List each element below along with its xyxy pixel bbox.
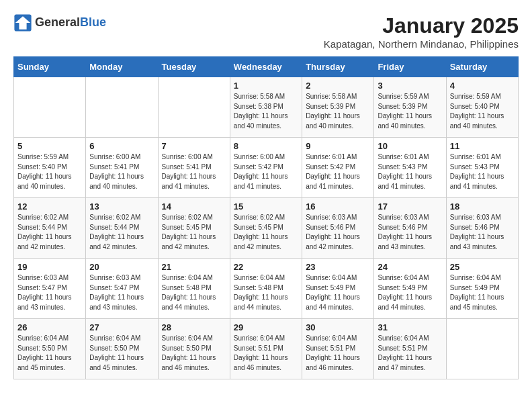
day-info: Sunrise: 6:03 AM Sunset: 5:47 PM Dayligh… bbox=[89, 273, 154, 312]
day-number: 31 bbox=[378, 322, 442, 332]
calendar-cell: 5Sunrise: 5:59 AM Sunset: 5:40 PM Daylig… bbox=[14, 138, 86, 198]
calendar-cell: 27Sunrise: 6:04 AM Sunset: 5:50 PM Dayli… bbox=[86, 319, 158, 379]
day-info: Sunrise: 6:04 AM Sunset: 5:51 PM Dayligh… bbox=[234, 334, 298, 373]
day-info: Sunrise: 6:01 AM Sunset: 5:42 PM Dayligh… bbox=[306, 152, 370, 191]
day-number: 22 bbox=[234, 262, 298, 272]
day-number: 14 bbox=[162, 201, 226, 212]
day-number: 15 bbox=[234, 201, 298, 212]
day-number: 9 bbox=[306, 141, 370, 151]
day-number: 24 bbox=[378, 262, 442, 272]
day-info: Sunrise: 6:03 AM Sunset: 5:46 PM Dayligh… bbox=[450, 213, 515, 252]
calendar-cell: 19Sunrise: 6:03 AM Sunset: 5:47 PM Dayli… bbox=[14, 259, 86, 319]
calendar-cell: 17Sunrise: 6:03 AM Sunset: 5:46 PM Dayli… bbox=[374, 198, 446, 259]
day-info: Sunrise: 5:58 AM Sunset: 5:39 PM Dayligh… bbox=[306, 92, 370, 131]
calendar-cell bbox=[14, 77, 86, 138]
day-info: Sunrise: 6:04 AM Sunset: 5:50 PM Dayligh… bbox=[17, 334, 82, 373]
day-number: 21 bbox=[162, 262, 226, 272]
day-number: 1 bbox=[234, 81, 298, 91]
calendar-cell: 20Sunrise: 6:03 AM Sunset: 5:47 PM Dayli… bbox=[86, 259, 158, 319]
calendar-cell: 4Sunrise: 5:59 AM Sunset: 5:40 PM Daylig… bbox=[446, 77, 518, 138]
calendar-cell: 31Sunrise: 6:04 AM Sunset: 5:51 PM Dayli… bbox=[374, 319, 446, 379]
logo-general-text: GeneralBlue bbox=[35, 16, 106, 30]
day-number: 11 bbox=[450, 141, 515, 151]
page-header: GeneralBlue January 2025 Kapatagan, Nort… bbox=[13, 13, 519, 50]
calendar-cell: 18Sunrise: 6:03 AM Sunset: 5:46 PM Dayli… bbox=[446, 198, 518, 259]
day-number: 18 bbox=[450, 201, 515, 212]
day-info: Sunrise: 6:02 AM Sunset: 5:45 PM Dayligh… bbox=[162, 213, 226, 252]
calendar-cell: 26Sunrise: 6:04 AM Sunset: 5:50 PM Dayli… bbox=[14, 319, 86, 379]
day-info: Sunrise: 6:04 AM Sunset: 5:50 PM Dayligh… bbox=[162, 334, 226, 373]
calendar-cell: 15Sunrise: 6:02 AM Sunset: 5:45 PM Dayli… bbox=[230, 198, 302, 259]
day-number: 17 bbox=[378, 201, 442, 212]
calendar-table: Sunday Monday Tuesday Wednesday Thursday… bbox=[13, 56, 519, 379]
header-friday: Friday bbox=[374, 57, 446, 77]
day-info: Sunrise: 6:04 AM Sunset: 5:51 PM Dayligh… bbox=[306, 334, 370, 373]
day-number: 7 bbox=[162, 141, 226, 151]
day-number: 19 bbox=[17, 262, 82, 272]
calendar-cell: 11Sunrise: 6:01 AM Sunset: 5:43 PM Dayli… bbox=[446, 138, 518, 198]
calendar-cell: 30Sunrise: 6:04 AM Sunset: 5:51 PM Dayli… bbox=[302, 319, 374, 379]
day-info: Sunrise: 6:01 AM Sunset: 5:43 PM Dayligh… bbox=[450, 152, 515, 191]
day-info: Sunrise: 6:04 AM Sunset: 5:49 PM Dayligh… bbox=[378, 273, 442, 312]
calendar-cell: 21Sunrise: 6:04 AM Sunset: 5:48 PM Dayli… bbox=[158, 259, 230, 319]
calendar-cell bbox=[446, 319, 518, 379]
day-number: 6 bbox=[89, 141, 154, 151]
day-number: 29 bbox=[234, 322, 298, 332]
calendar-cell: 22Sunrise: 6:04 AM Sunset: 5:48 PM Dayli… bbox=[230, 259, 302, 319]
day-header-row: Sunday Monday Tuesday Wednesday Thursday… bbox=[14, 57, 519, 77]
day-number: 20 bbox=[89, 262, 154, 272]
day-info: Sunrise: 6:03 AM Sunset: 5:47 PM Dayligh… bbox=[17, 273, 82, 312]
day-info: Sunrise: 6:00 AM Sunset: 5:41 PM Dayligh… bbox=[89, 152, 154, 191]
calendar-week-row: 5Sunrise: 5:59 AM Sunset: 5:40 PM Daylig… bbox=[14, 138, 519, 198]
logo-icon bbox=[13, 13, 32, 32]
day-info: Sunrise: 5:59 AM Sunset: 5:39 PM Dayligh… bbox=[378, 92, 442, 131]
day-info: Sunrise: 6:02 AM Sunset: 5:45 PM Dayligh… bbox=[234, 213, 298, 252]
day-info: Sunrise: 5:58 AM Sunset: 5:38 PM Dayligh… bbox=[234, 92, 298, 131]
day-info: Sunrise: 5:59 AM Sunset: 5:40 PM Dayligh… bbox=[450, 92, 515, 131]
day-info: Sunrise: 6:03 AM Sunset: 5:46 PM Dayligh… bbox=[306, 213, 370, 252]
day-number: 8 bbox=[234, 141, 298, 151]
header-thursday: Thursday bbox=[302, 57, 374, 77]
day-number: 16 bbox=[306, 201, 370, 212]
day-number: 23 bbox=[306, 262, 370, 272]
day-number: 3 bbox=[378, 81, 442, 91]
day-number: 2 bbox=[306, 81, 370, 91]
calendar-cell: 1Sunrise: 5:58 AM Sunset: 5:38 PM Daylig… bbox=[230, 77, 302, 138]
calendar-week-row: 19Sunrise: 6:03 AM Sunset: 5:47 PM Dayli… bbox=[14, 259, 519, 319]
day-info: Sunrise: 6:04 AM Sunset: 5:50 PM Dayligh… bbox=[89, 334, 154, 373]
day-info: Sunrise: 6:02 AM Sunset: 5:44 PM Dayligh… bbox=[89, 213, 154, 252]
calendar-body: 1Sunrise: 5:58 AM Sunset: 5:38 PM Daylig… bbox=[14, 77, 519, 379]
day-info: Sunrise: 6:00 AM Sunset: 5:41 PM Dayligh… bbox=[162, 152, 226, 191]
calendar-cell: 2Sunrise: 5:58 AM Sunset: 5:39 PM Daylig… bbox=[302, 77, 374, 138]
calendar-cell: 12Sunrise: 6:02 AM Sunset: 5:44 PM Dayli… bbox=[14, 198, 86, 259]
day-number: 13 bbox=[89, 201, 154, 212]
day-info: Sunrise: 6:03 AM Sunset: 5:46 PM Dayligh… bbox=[378, 213, 442, 252]
calendar-cell bbox=[158, 77, 230, 138]
day-number: 4 bbox=[450, 81, 515, 91]
calendar-subtitle: Kapatagan, Northern Mindanao, Philippine… bbox=[324, 38, 519, 50]
calendar-cell: 6Sunrise: 6:00 AM Sunset: 5:41 PM Daylig… bbox=[86, 138, 158, 198]
calendar-cell: 10Sunrise: 6:01 AM Sunset: 5:43 PM Dayli… bbox=[374, 138, 446, 198]
title-section: January 2025 Kapatagan, Northern Mindana… bbox=[324, 13, 519, 50]
calendar-cell: 14Sunrise: 6:02 AM Sunset: 5:45 PM Dayli… bbox=[158, 198, 230, 259]
day-number: 27 bbox=[89, 322, 154, 332]
day-info: Sunrise: 6:01 AM Sunset: 5:43 PM Dayligh… bbox=[378, 152, 442, 191]
day-number: 12 bbox=[17, 201, 82, 212]
calendar-week-row: 26Sunrise: 6:04 AM Sunset: 5:50 PM Dayli… bbox=[14, 319, 519, 379]
header-wednesday: Wednesday bbox=[230, 57, 302, 77]
calendar-cell: 25Sunrise: 6:04 AM Sunset: 5:49 PM Dayli… bbox=[446, 259, 518, 319]
day-number: 30 bbox=[306, 322, 370, 332]
calendar-cell: 23Sunrise: 6:04 AM Sunset: 5:49 PM Dayli… bbox=[302, 259, 374, 319]
calendar-cell: 3Sunrise: 5:59 AM Sunset: 5:39 PM Daylig… bbox=[374, 77, 446, 138]
day-info: Sunrise: 6:04 AM Sunset: 5:48 PM Dayligh… bbox=[234, 273, 298, 312]
logo: GeneralBlue bbox=[13, 13, 106, 32]
day-info: Sunrise: 6:00 AM Sunset: 5:42 PM Dayligh… bbox=[234, 152, 298, 191]
header-tuesday: Tuesday bbox=[158, 57, 230, 77]
calendar-cell: 29Sunrise: 6:04 AM Sunset: 5:51 PM Dayli… bbox=[230, 319, 302, 379]
day-info: Sunrise: 5:59 AM Sunset: 5:40 PM Dayligh… bbox=[17, 152, 82, 191]
calendar-cell: 7Sunrise: 6:00 AM Sunset: 5:41 PM Daylig… bbox=[158, 138, 230, 198]
calendar-cell: 28Sunrise: 6:04 AM Sunset: 5:50 PM Dayli… bbox=[158, 319, 230, 379]
calendar-cell: 24Sunrise: 6:04 AM Sunset: 5:49 PM Dayli… bbox=[374, 259, 446, 319]
header-monday: Monday bbox=[86, 57, 158, 77]
calendar-cell: 16Sunrise: 6:03 AM Sunset: 5:46 PM Dayli… bbox=[302, 198, 374, 259]
